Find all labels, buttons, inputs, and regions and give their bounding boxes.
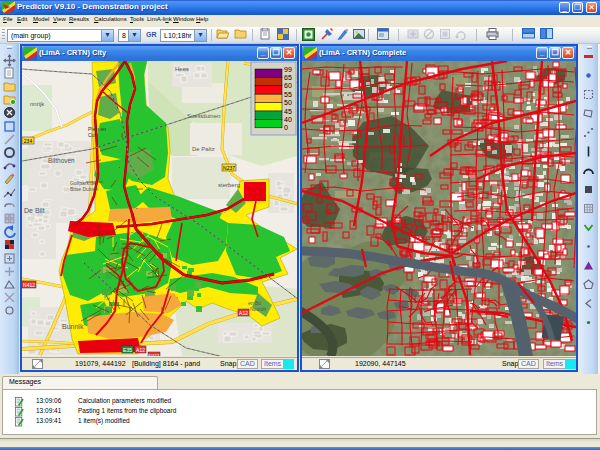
- svg-text:45: 45: [284, 108, 292, 115]
- svg-text:E35: E35: [123, 347, 132, 353]
- svg-text:60: 60: [284, 82, 292, 89]
- svg-text:De Paltz: De Paltz: [192, 146, 215, 152]
- svg-text:Cul: Cul: [88, 132, 96, 138]
- svg-text:Bilthoven: Bilthoven: [48, 157, 75, 164]
- svg-text:65: 65: [284, 74, 292, 81]
- svg-text:sterberg: sterberg: [218, 182, 240, 188]
- svg-text:N412: N412: [23, 282, 35, 288]
- svg-text:Soestduinen: Soestduinen: [187, 113, 220, 119]
- svg-text:N237: N237: [223, 165, 235, 171]
- svg-text:Noordh: Noordh: [250, 306, 267, 312]
- svg-text:Bitse Duinen: Bitse Duinen: [70, 186, 99, 192]
- svg-text:99: 99: [284, 66, 292, 73]
- svg-text:De Bilt: De Bilt: [24, 207, 45, 214]
- svg-text:nnrijk: nnrijk: [30, 101, 45, 107]
- svg-text:Bunnik: Bunnik: [62, 323, 84, 330]
- svg-text:Hees: Hees: [175, 66, 189, 72]
- svg-text:234: 234: [24, 138, 33, 144]
- svg-text:50: 50: [284, 99, 292, 106]
- svg-text:A12: A12: [136, 347, 145, 353]
- svg-text:40: 40: [284, 116, 292, 123]
- svg-text:55: 55: [284, 91, 292, 98]
- svg-text:N411: N411: [148, 353, 160, 357]
- svg-text:A12: A12: [239, 310, 248, 316]
- svg-text:0: 0: [284, 124, 288, 131]
